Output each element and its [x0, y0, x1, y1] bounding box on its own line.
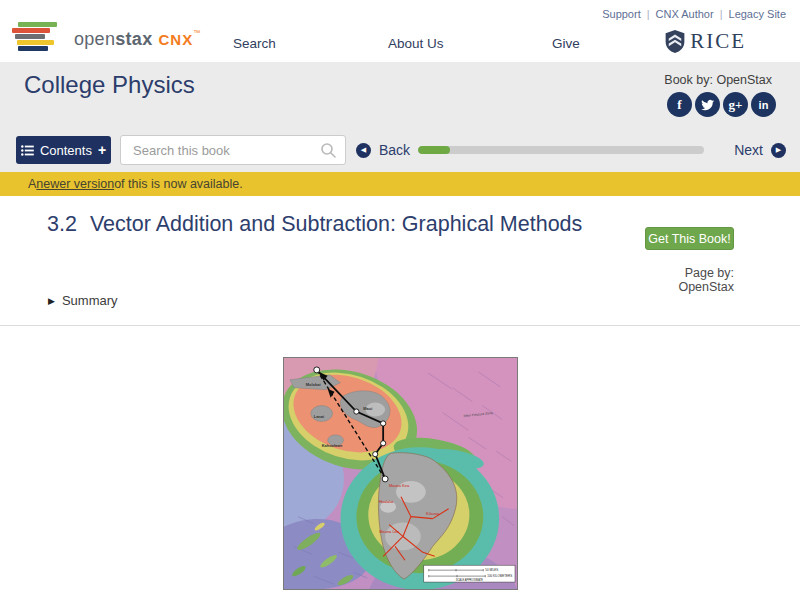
triangle-right-icon: ▶ — [48, 296, 55, 306]
back-button[interactable]: ◀ — [356, 143, 371, 158]
waypoint-dot — [314, 367, 320, 373]
banner-prefix: A — [28, 177, 36, 191]
rice-logo[interactable]: RICE — [664, 29, 746, 54]
get-this-book-button[interactable]: Get This Book! — [645, 227, 734, 250]
page-by-label: Page by: OpenStax — [634, 266, 734, 294]
volcano-label: Mauna Kea — [389, 483, 410, 488]
scale-miles-label: 50 MILES — [485, 568, 498, 572]
island-label: Kahoolawe — [322, 443, 344, 448]
book-by-label: Book by: OpenStax — [664, 73, 772, 87]
section-title-text: Vector Addition and Subtraction: Graphic… — [90, 212, 582, 236]
scale-note-label: SCALE APPROXIMATE — [456, 578, 484, 582]
arrow-right-icon: ▶ — [776, 146, 781, 154]
list-icon — [21, 145, 34, 156]
contents-button[interactable]: Contents + — [16, 136, 111, 164]
section-number: 3.2 — [47, 212, 90, 236]
link-separator: | — [647, 8, 650, 20]
support-link[interactable]: Support — [602, 8, 641, 20]
contents-label: Contents — [40, 143, 92, 158]
social-icons: f g+ in — [667, 92, 776, 117]
waypoint-dot — [381, 441, 386, 446]
island-label: Molokai — [306, 382, 321, 387]
scale-bar: 50 MILES 100 KILOMETERS SCALE APPROXIMAT… — [424, 565, 515, 582]
summary-toggle[interactable]: ▶ Summary — [48, 293, 118, 308]
waypoint-dot — [354, 409, 359, 414]
page: Support | CNX Author | Legacy Site opens… — [0, 0, 800, 600]
section-title: 3.2Vector Addition and Subtraction: Grap… — [47, 211, 607, 238]
progress-bar — [418, 146, 704, 154]
back-label[interactable]: Back — [379, 142, 410, 158]
island-label: Lanai — [314, 414, 324, 419]
twitter-icon[interactable] — [695, 92, 720, 117]
legacy-site-link[interactable]: Legacy Site — [729, 8, 786, 20]
arrow-left-icon: ◀ — [361, 146, 366, 154]
nav-item-search[interactable]: Search — [233, 36, 276, 51]
cnx-author-link[interactable]: CNX Author — [656, 8, 714, 20]
nav-item-about-us[interactable]: About Us — [388, 36, 444, 51]
volcano-label: Hualalai — [379, 499, 393, 504]
volcano-label: Kilauea — [426, 511, 440, 516]
newer-version-link[interactable]: newer version — [36, 177, 114, 191]
hawaii-map-figure: Molokai Lanai Maui Kahoolawe Maui Fractu… — [283, 357, 518, 590]
banner-suffix: of this is now available. — [114, 177, 243, 191]
facebook-icon[interactable]: f — [667, 92, 692, 117]
next-label[interactable]: Next — [734, 142, 763, 158]
section-divider — [0, 325, 800, 326]
hawaii-map-svg: Molokai Lanai Maui Kahoolawe Maui Fractu… — [284, 358, 517, 589]
book-search-box — [120, 135, 346, 165]
summary-label: Summary — [62, 293, 118, 308]
next-button[interactable]: ▶ — [771, 143, 786, 158]
newer-version-banner: A newer version of this is now available… — [0, 172, 800, 196]
scale-km-label: 100 KILOMETERS — [487, 574, 512, 578]
expand-plus-icon: + — [98, 142, 106, 158]
rice-wordmark: RICE — [690, 29, 746, 54]
pager: ◀ Back Next ▶ — [356, 136, 786, 164]
rice-shield-icon — [664, 29, 686, 54]
book-title: College Physics — [24, 71, 195, 99]
progress-fill — [418, 146, 449, 154]
volcano-label: Mauna Loa — [379, 529, 400, 534]
book-search-input[interactable] — [121, 143, 320, 158]
utility-links: Support | CNX Author | Legacy Site — [602, 8, 786, 20]
openstax-wordmark: openstaxCNX™ — [74, 29, 200, 50]
top-bar: Support | CNX Author | Legacy Site opens… — [0, 0, 800, 62]
link-separator: | — [720, 8, 723, 20]
book-header-band: College Physics Book by: OpenStax f g+ i… — [0, 62, 800, 172]
waypoint-dot — [381, 421, 386, 426]
waypoint-dot — [373, 452, 378, 457]
nav-item-give[interactable]: Give — [552, 36, 580, 51]
openstax-bars-icon — [12, 22, 64, 56]
linkedin-icon[interactable]: in — [751, 92, 776, 117]
island-label: Maui — [363, 406, 372, 411]
waypoint-dot — [382, 476, 388, 482]
search-icon — [320, 142, 337, 159]
openstax-cnx-logo[interactable]: openstaxCNX™ — [12, 22, 200, 56]
google-plus-icon[interactable]: g+ — [723, 92, 748, 117]
